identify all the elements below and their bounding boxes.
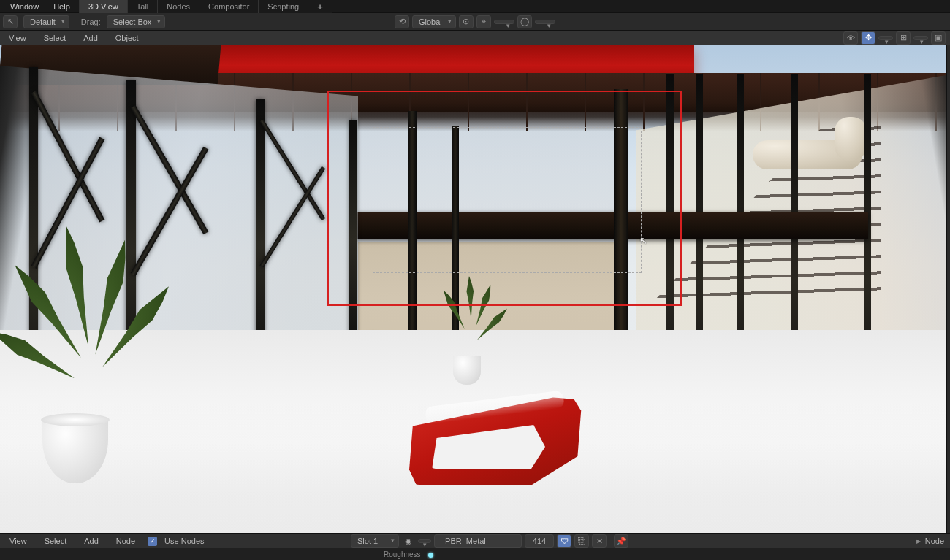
drag-label: Drag: (81, 18, 101, 26)
roughness-node-label: Roughness (384, 551, 421, 559)
fake-user-toggle-icon[interactable]: 🛡 (557, 534, 571, 548)
tab-nodes[interactable]: Nodes (157, 0, 199, 13)
proportional-mode-dropdown[interactable] (535, 20, 555, 24)
drag-mode-dropdown[interactable]: Select Box (107, 15, 166, 28)
pin-material-icon[interactable]: 📌 (614, 534, 628, 548)
slot-dropdown[interactable]: Slot 1 (351, 534, 399, 548)
tab-compositor[interactable]: Compositor (199, 0, 258, 13)
use-nodes-label: Use Nodes (164, 537, 204, 545)
proportional-edit-icon[interactable]: ◯ (517, 15, 532, 28)
node-select-menu[interactable]: Select (39, 537, 72, 545)
annotation-red-box (327, 91, 682, 306)
transform-orientation-tools: ⟲ Global ⊙ ⌖ ◯ (395, 15, 555, 28)
object-menu[interactable]: Object (110, 34, 145, 42)
node-panel-label[interactable]: Node (925, 537, 944, 545)
material-link-dropdown[interactable] (418, 539, 431, 543)
material-slot-controls: Slot 1 ◉ _PBR_Metal 414 🛡 ⿻ ✕ 📌 (351, 534, 628, 548)
chevron-right-icon: ▶ (916, 538, 921, 545)
snap-toggle-icon[interactable]: ⌖ (476, 15, 491, 28)
gizmo-toggle-icon[interactable]: ✥ (861, 31, 875, 45)
tab-scripting[interactable]: Scripting (258, 0, 308, 13)
menu-window[interactable]: Window (3, 2, 46, 11)
pivot-point-icon[interactable]: ⊙ (459, 15, 474, 28)
node-add-menu[interactable]: Add (79, 537, 104, 545)
cursor-tool-icon[interactable]: ↖ (3, 15, 18, 28)
menu-help[interactable]: Help (46, 2, 77, 11)
duplicate-material-icon[interactable]: ⿻ (574, 534, 589, 548)
node-view-menu[interactable]: View (4, 537, 32, 545)
overlay-toggle-icon[interactable]: ⊞ (896, 31, 911, 45)
node-panel-toggle: ▶ Node (916, 537, 944, 545)
tab-add-workspace[interactable]: + (308, 0, 332, 13)
gizmo-dropdown[interactable] (878, 36, 893, 40)
main-menu-bar: Window Help 3D View Tall Nodes Composito… (0, 0, 950, 13)
viewport-overlay-tools: 👁 ✥ ⊞ ▣ (843, 31, 946, 45)
selectability-icon[interactable]: 👁 (843, 31, 858, 45)
orientation-dropdown[interactable]: Global (412, 15, 456, 28)
view-menu[interactable]: View (3, 34, 32, 42)
tab-tall[interactable]: Tall (127, 0, 158, 13)
workspace-tabs: 3D View Tall Nodes Compositor Scripting … (79, 0, 332, 13)
node-node-menu[interactable]: Node (111, 537, 140, 545)
duct-pipe (753, 140, 862, 169)
overlay-dropdown[interactable] (913, 36, 928, 40)
xray-toggle-icon[interactable]: ▣ (931, 31, 946, 45)
tool-header: ↖ Default Drag: Select Box ⟲ Global ⊙ ⌖ … (0, 13, 950, 31)
tab-3d-view[interactable]: 3D View (79, 0, 127, 13)
node-editor-header: View Select Add Node ✓ Use Nodes Slot 1 … (0, 533, 950, 548)
roughness-socket-icon[interactable] (428, 553, 433, 558)
snap-mode-dropdown[interactable] (494, 20, 514, 24)
material-name-field[interactable]: _PBR_Metal (434, 534, 522, 548)
unlink-material-icon[interactable]: ✕ (592, 534, 607, 548)
mouse-cursor-icon: ↖ (639, 235, 647, 246)
select-menu[interactable]: Select (38, 34, 72, 42)
planter-small (453, 356, 481, 385)
add-menu[interactable]: Add (77, 34, 104, 42)
plant-large (15, 235, 168, 425)
viewport-header: View Select Add Object 👁 ✥ ⊞ ▣ (0, 31, 950, 45)
interaction-mode-dropdown[interactable]: Default (23, 15, 69, 28)
use-nodes-checkbox[interactable]: ✓ (148, 537, 157, 546)
red-bench (409, 390, 585, 485)
orientation-icon[interactable]: ⟲ (395, 15, 409, 28)
3d-viewport[interactable]: ↖ (0, 45, 950, 534)
node-editor-canvas-strip[interactable]: Roughness (0, 548, 950, 560)
right-area-splitter[interactable] (946, 45, 950, 533)
material-browse-icon[interactable]: ◉ (402, 534, 415, 548)
material-users-field[interactable]: 414 (525, 534, 554, 548)
